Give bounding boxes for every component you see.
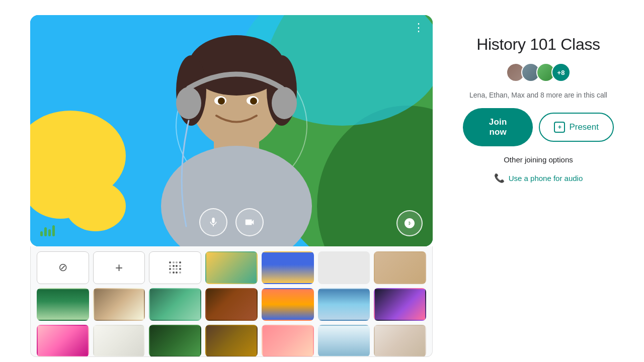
meeting-title: History 101 Class [476, 35, 600, 54]
other-options-label: Other joining options [504, 155, 573, 164]
bg-option-1[interactable] [205, 251, 258, 284]
action-buttons: Join now + Present [463, 108, 614, 146]
bg-option-17[interactable] [318, 325, 370, 357]
avatar-more-count: +8 [551, 63, 571, 82]
bg-none-button[interactable]: ⊘ [37, 251, 89, 284]
bg-option-2[interactable] [262, 251, 314, 284]
svg-point-18 [218, 98, 225, 105]
svg-point-15 [272, 87, 297, 119]
participants-avatars: +8 [506, 63, 571, 82]
bg-option-11[interactable] [374, 288, 426, 321]
bg-option-7[interactable] [149, 288, 201, 321]
bg-option-3[interactable] [318, 251, 370, 284]
background-selector: ⊘ + [30, 246, 433, 357]
bg-option-14[interactable] [149, 325, 201, 357]
join-now-button[interactable]: Join now [463, 108, 533, 146]
phone-audio-label: Use a phone for audio [509, 174, 583, 183]
bg-effects-button[interactable] [396, 210, 423, 236]
svg-point-14 [176, 87, 201, 119]
bg-option-18[interactable] [374, 325, 426, 357]
bg-option-12[interactable] [37, 325, 89, 357]
bg-option-8[interactable] [205, 288, 258, 321]
video-preview: ⋮ [30, 15, 433, 246]
audio-bar-2 [44, 227, 47, 236]
bg-option-9[interactable] [262, 288, 314, 321]
effects-icon [404, 217, 416, 229]
three-dot-menu[interactable]: ⋮ [413, 22, 425, 33]
audio-bar-4 [52, 225, 55, 236]
bg-option-16[interactable] [262, 325, 314, 357]
present-label: Present [569, 122, 599, 132]
bg-add-button[interactable]: + [93, 251, 145, 284]
svg-point-19 [250, 98, 257, 105]
present-button[interactable]: + Present [539, 113, 614, 142]
camera-button[interactable] [235, 208, 264, 236]
mic-icon [208, 217, 219, 228]
video-controls [199, 208, 264, 236]
camera-icon [244, 217, 255, 228]
present-icon: + [554, 122, 565, 133]
audio-bar-1 [40, 231, 43, 236]
mic-button[interactable] [199, 208, 227, 236]
phone-icon: 📞 [494, 173, 505, 184]
bg-option-10[interactable] [318, 288, 370, 321]
audio-indicator [40, 225, 55, 236]
bg-blur-button[interactable] [149, 251, 201, 284]
bg-option-5[interactable] [37, 288, 89, 321]
bg-option-6[interactable] [93, 288, 145, 321]
bg-option-13[interactable] [93, 325, 145, 357]
bg-option-15[interactable] [205, 325, 258, 357]
bg-option-4[interactable] [374, 251, 426, 284]
svg-point-3 [65, 181, 126, 231]
right-panel: History 101 Class +8 Lena, Ethan, Max an… [463, 15, 614, 184]
participants-text: Lena, Ethan, Max and 8 more are in this … [469, 91, 607, 99]
phone-audio-link[interactable]: 📞 Use a phone for audio [494, 173, 583, 184]
audio-bar-3 [48, 229, 51, 236]
left-panel: ⋮ [30, 15, 433, 357]
main-container: ⋮ [0, 0, 644, 362]
